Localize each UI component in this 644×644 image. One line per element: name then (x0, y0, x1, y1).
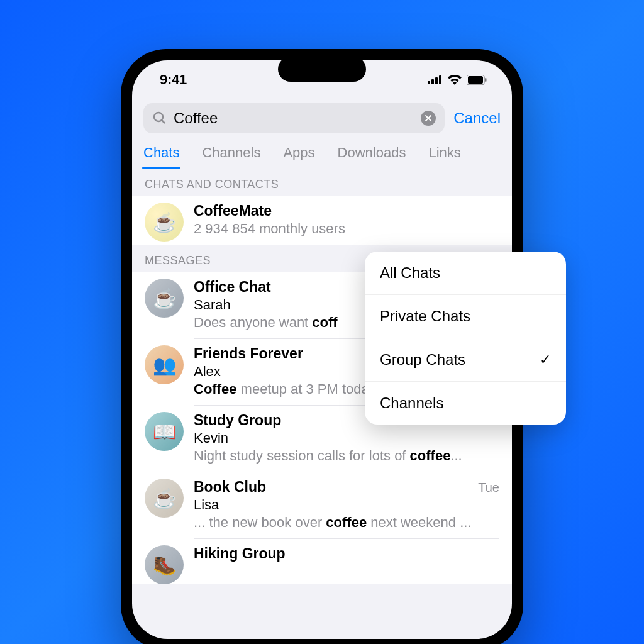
close-icon (425, 114, 432, 122)
avatar: 🥾 (145, 545, 184, 584)
search-input[interactable] (174, 109, 414, 127)
avatar-emoji: 🥾 (153, 554, 176, 576)
status-time: 9:41 (160, 72, 187, 88)
chat-row[interactable]: 🥾 Hiking Group (132, 539, 512, 584)
avatar-emoji: ☕ (153, 211, 176, 233)
status-icons (428, 75, 487, 85)
filter-option-group-chats[interactable]: Group Chats ✓ (365, 338, 566, 382)
chat-title: Study Group (194, 412, 281, 429)
filter-label: All Chats (380, 264, 440, 282)
chat-sender: Lisa (194, 497, 499, 513)
filter-option-all-chats[interactable]: All Chats (365, 252, 566, 295)
filter-option-channels[interactable]: Channels (365, 382, 566, 425)
filter-label: Group Chats (380, 351, 465, 369)
avatar: ☕ (145, 279, 184, 318)
section-header-contacts: CHATS AND CONTACTS (132, 169, 512, 196)
cancel-button[interactable]: Cancel (453, 109, 501, 127)
chat-preview: ... the new book over coffee next weeken… (194, 514, 499, 531)
checkmark-icon: ✓ (540, 352, 551, 368)
clear-search-button[interactable] (421, 111, 436, 126)
svg-rect-0 (428, 81, 430, 84)
search-tabs: Chats Channels Apps Downloads Links (132, 140, 512, 169)
tab-label: Channels (202, 145, 260, 160)
chat-preview: Night study session calls for lots of co… (194, 448, 499, 464)
avatar-emoji: 📖 (153, 421, 176, 443)
tab-label: Apps (283, 145, 314, 160)
svg-rect-6 (485, 78, 487, 82)
tab-chats[interactable]: Chats (143, 140, 179, 169)
svg-line-8 (162, 120, 165, 123)
avatar: 📖 (145, 412, 184, 451)
battery-icon (467, 75, 487, 85)
tab-label: Downloads (338, 145, 406, 160)
filter-label: Channels (380, 394, 443, 412)
chat-sender: Kevin (194, 430, 499, 447)
svg-rect-1 (431, 79, 434, 84)
filter-popover: All Chats Private Chats Group Chats ✓ Ch… (365, 252, 566, 425)
contact-subtitle: 2 934 854 monthly users (194, 221, 499, 237)
svg-rect-2 (435, 77, 438, 84)
contacts-list: ☕ CoffeeMate 2 934 854 monthly users (132, 196, 512, 245)
contact-row[interactable]: ☕ CoffeeMate 2 934 854 monthly users (132, 196, 512, 245)
svg-rect-5 (468, 76, 483, 84)
svg-rect-3 (439, 75, 441, 84)
avatar: 👥 (145, 345, 184, 384)
tab-channels[interactable]: Channels (202, 140, 260, 169)
tab-links[interactable]: Links (428, 140, 460, 169)
phone-notch (278, 57, 366, 82)
tab-label: Links (428, 145, 460, 160)
wifi-icon (448, 75, 462, 85)
avatar-emoji: ☕ (153, 487, 176, 509)
avatar-emoji: ☕ (153, 287, 176, 309)
filter-label: Private Chats (380, 308, 470, 325)
tab-apps[interactable]: Apps (283, 140, 314, 169)
avatar: ☕ (145, 203, 184, 242)
contact-title: CoffeeMate (194, 203, 499, 219)
chat-title: Friends Forever (194, 345, 303, 362)
tab-label: Chats (143, 145, 179, 160)
signal-icon (428, 75, 443, 84)
svg-point-7 (154, 113, 163, 121)
chat-title: Book Club (194, 479, 266, 496)
chat-title: Office Chat (194, 279, 271, 296)
chat-title: Hiking Group (194, 545, 286, 562)
avatar-emoji: 👥 (153, 354, 176, 376)
search-row: Cancel (132, 99, 512, 140)
avatar: ☕ (145, 479, 184, 518)
tab-downloads[interactable]: Downloads (338, 140, 406, 169)
search-box[interactable] (143, 103, 445, 133)
filter-option-private-chats[interactable]: Private Chats (365, 295, 566, 338)
chat-time: Tue (478, 480, 499, 495)
search-icon (152, 111, 167, 126)
chat-row[interactable]: ☕ Book ClubTue Lisa ... the new book ove… (132, 472, 512, 539)
